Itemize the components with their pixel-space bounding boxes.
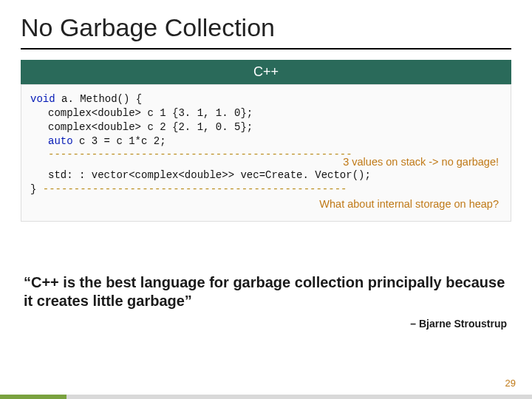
code-line-2: complex<double> c 1 {3. 1, 1. 0}; <box>30 106 502 120</box>
annotation-heap: What about internal storage on heap? <box>30 198 502 211</box>
quote-attribution: – Bjarne Stroustrup <box>21 318 511 330</box>
page-number: 29 <box>505 378 516 389</box>
code-line-4: auto c 3 = c 1*c 2; <box>30 134 502 149</box>
code-line-3: complex<double> c 2 {2. 1, 0. 5}; <box>30 120 502 134</box>
quote-text: “C++ is the best language for garbage co… <box>21 273 511 310</box>
language-header: C++ <box>21 60 511 84</box>
code-line-5: std: : vector<complex<double>> vec=Creat… <box>30 168 502 183</box>
code-block: void a. Method() { complex<double> c 1 {… <box>21 84 511 222</box>
keyword-auto: auto <box>48 135 73 147</box>
closing-brace: } <box>30 183 43 197</box>
dashes: ----------------------------------------… <box>48 149 352 160</box>
keyword-void: void <box>30 93 55 105</box>
dashes: ----------------------------------------… <box>43 183 347 195</box>
slide-title: No Garbage Collection <box>21 13 511 42</box>
accent-green <box>0 395 66 399</box>
code-line-1: void a. Method() { <box>30 92 502 106</box>
accent-grey <box>66 395 532 399</box>
dashed-divider-2: } --------------------------------------… <box>30 183 502 197</box>
title-underline <box>21 48 511 50</box>
footer-bar <box>0 395 532 399</box>
